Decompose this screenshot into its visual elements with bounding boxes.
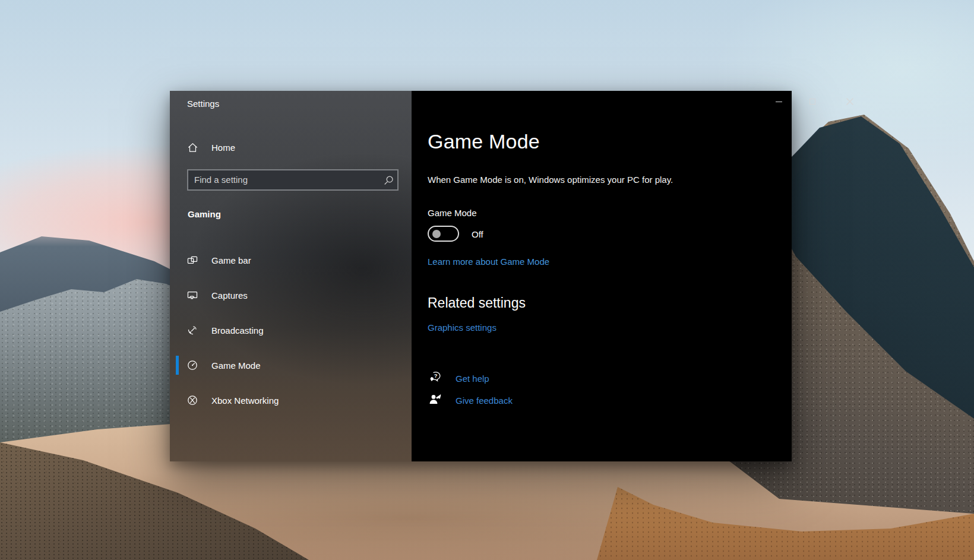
sidebar-item-label: Captures [211,290,248,300]
sidebar-item-captures[interactable]: Captures [170,283,412,307]
search-box [187,169,399,191]
game-bar-icon [187,255,198,265]
minimize-icon [776,102,782,102]
captures-icon [187,290,198,300]
wallpaper-grass-right [582,463,974,560]
game-mode-toggle[interactable] [428,226,459,242]
search-input[interactable] [188,175,380,186]
desktop: Settings Home Gaming [0,0,974,560]
graphics-settings-link[interactable]: Graphics settings [428,322,497,333]
give-feedback-icon [428,392,442,406]
give-feedback-link[interactable]: Give feedback [456,396,513,406]
settings-sidebar: Settings Home Gaming [170,91,412,461]
broadcasting-icon [187,325,198,336]
sidebar-item-label: Xbox Networking [211,396,279,406]
sidebar-item-label: Game bar [211,255,251,265]
sidebar-item-xbox-networking[interactable]: Xbox Networking [170,388,412,412]
window-title: Settings [187,99,219,109]
sidebar-item-game-bar[interactable]: Game bar [170,248,412,272]
close-button[interactable] [836,92,864,111]
maximize-button[interactable] [799,92,826,111]
sidebar-section-gaming: Gaming [188,209,221,219]
related-settings-heading: Related settings [428,295,526,311]
settings-window: Settings Home Gaming [170,91,792,461]
close-icon [846,97,854,106]
toggle-knob [432,230,441,238]
xbox-icon [187,395,198,406]
maximize-icon [809,99,815,105]
toggle-label: Game Mode [428,208,477,218]
sidebar-item-label: Home [211,143,235,153]
sidebar-item-game-mode[interactable]: Game Mode [170,353,412,377]
sidebar-item-label: Broadcasting [211,325,264,336]
get-help-icon: ? [428,370,442,384]
home-icon [187,142,198,153]
toggle-state-text: Off [472,229,483,239]
learn-more-link[interactable]: Learn more about Game Mode [428,257,549,267]
game-mode-icon [187,360,198,371]
page-title: Game Mode [428,130,540,153]
sidebar-item-broadcasting[interactable]: Broadcasting [170,318,412,342]
selected-accent-bar [176,356,179,375]
sidebar-item-home[interactable]: Home [170,135,412,159]
sidebar-item-label: Game Mode [211,360,261,371]
get-help-link[interactable]: Get help [456,374,489,384]
minimize-button[interactable] [765,92,792,111]
settings-main-panel: Game Mode When Game Mode is on, Windows … [412,91,792,461]
search-icon[interactable] [380,175,397,185]
page-description: When Game Mode is on, Windows optimizes … [428,175,673,185]
question-mark-glyph: ? [434,372,438,379]
